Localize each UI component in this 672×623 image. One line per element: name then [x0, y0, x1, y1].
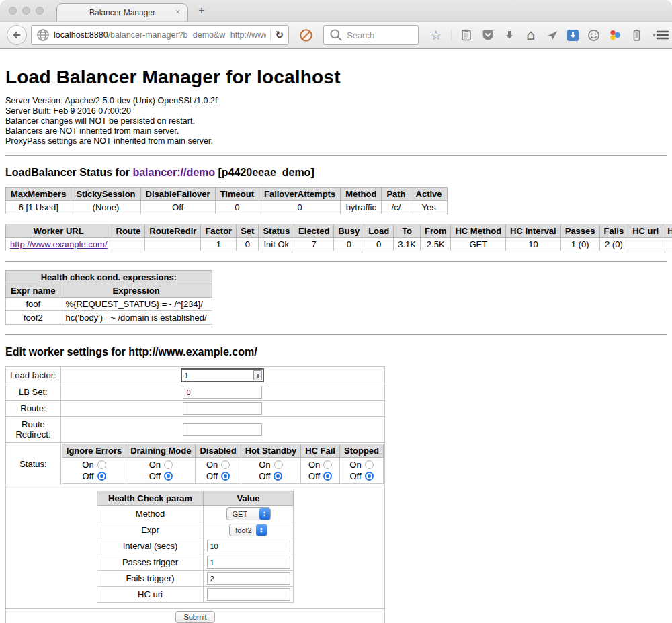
table-row: 6 [1 Used](None)Off00bytraffic/c/Yes	[6, 201, 448, 214]
table-cell: foof2	[663, 238, 672, 251]
status-on-radio[interactable]	[164, 460, 173, 469]
table-cell: 3.1K	[394, 238, 421, 251]
status-on-radio[interactable]	[97, 460, 106, 469]
hc-text-input[interactable]	[207, 540, 290, 552]
number-stepper-icon[interactable]: ▲▼	[253, 370, 262, 380]
column-header: Passes	[560, 224, 599, 238]
table-cell: 7	[294, 238, 334, 251]
status-option-cell: On Off	[301, 458, 340, 484]
new-tab-button[interactable]: +	[198, 4, 205, 17]
field-label: LB Set:	[6, 384, 61, 401]
server-info-line: Balancers are NOT inherited from main se…	[5, 126, 667, 136]
edit-worker-heading: Edit worker settings for http://www.exam…	[5, 346, 667, 358]
globe-icon	[36, 28, 50, 42]
health-check-param-table: Health Check param Value Method	[97, 491, 294, 603]
status-column-header: Hot Standby	[241, 444, 301, 458]
column-header: MaxMembers	[6, 188, 71, 201]
extension-colors-icon[interactable]	[608, 28, 622, 42]
status-on-radio[interactable]	[323, 460, 332, 469]
field-input[interactable]	[183, 423, 262, 436]
radio-on-label: On	[82, 459, 93, 470]
window-minimize-button[interactable]	[22, 7, 30, 15]
reading-list-icon[interactable]	[460, 28, 473, 42]
search-input[interactable]: Search	[323, 25, 419, 45]
status-on-radio[interactable]	[221, 460, 230, 469]
back-button[interactable]	[7, 25, 27, 45]
home-icon[interactable]: ⌂	[524, 28, 538, 42]
column-header: Set	[237, 224, 259, 238]
column-header: Method	[341, 188, 382, 201]
window-zoom-button[interactable]	[36, 7, 44, 15]
server-info-line: Balancer changes will NOT be persisted o…	[5, 116, 667, 126]
status-on-radio[interactable]	[274, 460, 283, 469]
window-close-button[interactable]	[9, 7, 17, 15]
balancer-status-table: MaxMembersStickySessionDisableFailoverTi…	[5, 187, 448, 214]
hc-text-input[interactable]	[207, 556, 290, 569]
server-info-line: Server Version: Apache/2.5.0-dev (Unix) …	[5, 96, 667, 106]
toolbar-buttons: ☆ ⌂ ▾	[429, 28, 656, 42]
column-header: Timeout	[215, 188, 259, 201]
hc-text-input[interactable]	[207, 588, 290, 601]
menu-icon[interactable]	[656, 28, 669, 42]
tab-close-icon[interactable]: ×	[175, 7, 180, 17]
status-label: Status:	[6, 443, 61, 485]
load-factor-input[interactable]: ▲▼	[181, 368, 264, 382]
content-blocker-icon[interactable]	[299, 28, 313, 42]
select-value: GET	[233, 510, 248, 518]
status-column-header: Stopped	[340, 444, 384, 458]
table-cell: GET	[451, 238, 506, 251]
hc-text-input[interactable]	[207, 572, 290, 585]
field-input[interactable]	[183, 402, 262, 415]
status-off-radio[interactable]	[97, 472, 106, 481]
send-icon[interactable]	[546, 28, 559, 42]
expr-value: %{REQUEST_STATUS} =~ /^[234]/	[60, 298, 212, 311]
status-on-radio[interactable]	[365, 460, 374, 469]
column-header: Factor	[201, 224, 237, 238]
form-row: LB Set:	[6, 384, 385, 401]
url-bar[interactable]: localhost:8880/balancer-manager?b=demo&w…	[31, 25, 289, 45]
submit-button[interactable]: Submit	[175, 611, 214, 623]
page-title: Load Balancer Manager for localhost	[5, 67, 667, 88]
reload-icon[interactable]: ↻	[275, 29, 284, 41]
table-cell: 1 (0)	[560, 238, 599, 251]
status-off-radio[interactable]	[221, 472, 230, 481]
pocket-icon[interactable]	[481, 28, 495, 42]
downloads-icon[interactable]	[503, 28, 516, 42]
hc-select[interactable]: GET ▲▼	[226, 507, 271, 520]
radio-on-label: On	[206, 459, 218, 470]
server-info: Server Version: Apache/2.5.0-dev (Unix) …	[5, 96, 667, 147]
radio-off-label: Off	[149, 470, 161, 482]
worker-url-link[interactable]: http://www.example.com/	[10, 239, 108, 249]
status-options-table: Ignore ErrorsDraining ModeDisabledHot St…	[62, 444, 384, 484]
column-header: Expression	[60, 284, 212, 298]
tab-balancer-manager[interactable]: Balancer Manager ×	[56, 3, 188, 21]
column-header: Worker URL	[6, 224, 112, 238]
tab-strip: Balancer Manager × +	[0, 0, 672, 21]
extension-download-icon[interactable]	[567, 30, 579, 41]
table-cell: 0	[364, 238, 394, 251]
bookmark-star-icon[interactable]: ☆	[429, 28, 443, 42]
status-option-cell: On Off	[241, 458, 301, 484]
field-label: Route Redirect:	[6, 417, 61, 443]
back-arrow-icon	[11, 30, 22, 40]
extension-smiley-icon[interactable]	[587, 28, 600, 42]
hc-param-row: Interval (secs)	[97, 538, 294, 554]
form-row: Route:	[6, 401, 385, 417]
table-cell: 0	[215, 201, 259, 214]
loadbalancer-status-heading: LoadBalancer Status for balancer://demo …	[5, 167, 667, 179]
table-cell	[112, 238, 145, 251]
status-off-radio[interactable]	[365, 472, 374, 481]
balancer-demo-link[interactable]: balancer://demo	[132, 167, 215, 178]
url-text[interactable]: localhost:8880/balancer-manager?b=demo&w…	[54, 30, 266, 40]
status-off-radio[interactable]	[164, 472, 173, 481]
status-off-radio[interactable]	[274, 472, 282, 481]
battery-icon[interactable]	[630, 28, 643, 42]
hc-param-label: Expr	[97, 522, 204, 538]
number-input[interactable]	[182, 372, 253, 380]
search-placeholder: Search	[347, 30, 374, 40]
field-input[interactable]	[183, 386, 262, 399]
url-domain: localhost:8880	[54, 30, 108, 40]
status-off-radio[interactable]	[323, 472, 332, 481]
radio-on-label: On	[259, 459, 270, 470]
hc-select[interactable]: foof2 ▲▼	[229, 524, 267, 536]
